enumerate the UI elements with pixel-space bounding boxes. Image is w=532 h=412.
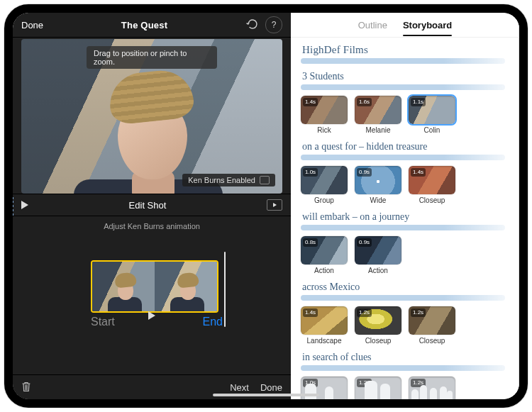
ken-burns-badge-text: Ken Burns Enabled [188,176,255,184]
split-grabber[interactable] [13,197,16,216]
clip-row: 1.0sWide1.2sMedium1.2sGroup [301,377,509,399]
play-button[interactable] [148,310,155,323]
next-button[interactable]: Next [230,382,249,393]
done-button[interactable]: Done [21,20,43,30]
end-label[interactable]: End [203,316,223,328]
clip-thumbnail[interactable]: 1.2s [355,377,401,399]
storyboard-scroll[interactable]: HighDef Films 3 Students1.4sRick1.6sMela… [291,37,519,399]
edit-shot-title: Edit Shot [28,200,267,211]
clip[interactable]: 1.0sGroup [301,166,348,204]
start-frame[interactable] [92,262,155,311]
ipad-device: Done The Quest ? Drag to position or pin… [4,4,528,408]
clip-label: Colin [424,126,440,134]
clip-thumbnail[interactable]: 1.2s [355,306,401,335]
right-tabs: Outline Storyboard [291,13,519,38]
project-name: HighDef Films [301,43,509,57]
clip[interactable]: 1.6sMelanie [355,96,401,134]
clip-thumbnail[interactable]: 1.4s [301,96,348,124]
clip-label: Landscape [307,337,342,345]
clip[interactable]: 0.8sAction [301,236,348,274]
clip-thumbnail[interactable]: 0.9s [355,166,401,194]
bottom-done-button[interactable]: Done [260,382,282,393]
divider-brush [301,292,509,302]
divider-brush [301,362,509,372]
clip-label: Group [314,196,334,204]
clip-thumbnail[interactable]: 1.2s [409,306,455,335]
clip-duration: 1.2s [357,308,372,317]
editor-topbar: Done The Quest ? [13,13,291,38]
end-frame[interactable] [155,262,217,311]
clip-label: Melanie [365,126,390,134]
clip-row: 1.4sRick1.6sMelanie1.1sColin [301,96,509,134]
clip-duration: 1.6s [357,98,372,106]
clip-thumbnail[interactable]: 1.6s [355,96,401,124]
ken-burns-subtitle: Adjust Ken Burns animation [13,216,291,230]
clip[interactable]: 1.2sCloseup [355,306,401,345]
clip-thumbnail[interactable]: 1.2s [409,377,455,399]
edit-shot-bar: Edit Shot [13,194,291,216]
clip[interactable]: 1.4sRick [301,96,348,134]
clip-label: Rick [317,126,331,134]
clip[interactable]: 1.2sGroup [409,377,455,399]
clip[interactable]: 1.2sMedium [355,377,401,399]
clip-duration: 1.1s [411,98,426,106]
trash-button[interactable] [21,381,31,394]
help-button[interactable]: ? [265,16,282,33]
clip-thumbnail[interactable]: 0.8s [301,236,348,265]
divider-brush [301,222,509,232]
undo-button[interactable] [245,18,260,33]
clip-thumbnail[interactable]: 1.1s [409,96,455,124]
ken-burns-editor: Start End [13,230,291,344]
clip-label: Action [314,267,334,274]
clip-duration: 1.4s [411,168,426,177]
start-label[interactable]: Start [91,316,115,328]
crop-icon [260,176,270,184]
clip-duration: 1.0s [303,168,318,177]
clip-duration: 1.4s [303,98,318,106]
clip-label: Closeup [365,337,392,345]
clip[interactable]: 1.2sCloseup [409,306,455,345]
silhouette-icon [355,377,401,399]
clip-label: Action [368,267,388,274]
clip-label: Closeup [419,337,445,345]
clip-label: Wide [370,196,387,204]
clip-duration: 0.8s [303,238,318,247]
project-title: The Quest [49,20,240,30]
silhouette-icon [409,377,455,399]
screen: Done The Quest ? Drag to position or pin… [13,13,519,399]
clip[interactable]: 0.9sWide [355,166,401,204]
ken-burns-frames[interactable] [91,260,218,313]
clip-row: 1.0sGroup0.9sWide1.4sCloseup [301,166,509,204]
clip-row: 0.8sAction0.9sAction [301,236,509,274]
clip-row: 1.4sLandscape1.2sCloseup1.2sCloseup [301,306,509,345]
storyboard-panel: Outline Storyboard HighDef Films 3 Stude… [291,13,519,399]
slideshow-button[interactable] [267,199,282,211]
editor-panel: Done The Quest ? Drag to position or pin… [13,13,291,399]
play-icon[interactable] [21,201,28,209]
tab-outline[interactable]: Outline [358,20,387,30]
clip-thumbnail[interactable]: 1.0s [301,166,348,194]
clip-duration: 0.9s [357,168,372,177]
clip-thumbnail[interactable]: 1.4s [409,166,455,194]
clip[interactable]: 1.1sColin [409,96,455,134]
clip[interactable]: 1.4sLandscape [301,306,348,345]
clip-thumbnail[interactable]: 1.4s [301,306,348,335]
clip-thumbnail[interactable]: 0.9s [355,236,401,265]
video-preview[interactable]: Drag to position or pinch to zoom. Ken B… [21,39,282,194]
home-indicator[interactable] [213,394,319,396]
playhead[interactable] [224,252,226,327]
divider-brush [301,55,509,65]
clip-duration: 1.4s [303,308,318,317]
clip[interactable]: 0.9sAction [355,236,401,274]
clip[interactable]: 1.4sCloseup [409,166,455,204]
ken-burns-badge[interactable]: Ken Burns Enabled [182,174,275,186]
divider-brush [301,82,509,91]
clip-label: Closeup [419,196,445,204]
preview-subject [52,66,194,194]
clip-duration: 0.9s [357,238,372,247]
clip-duration: 1.2s [411,308,426,317]
divider-brush [301,152,509,162]
gesture-hint: Drag to position or pinch to zoom. [87,46,217,69]
tab-storyboard[interactable]: Storyboard [403,20,452,30]
